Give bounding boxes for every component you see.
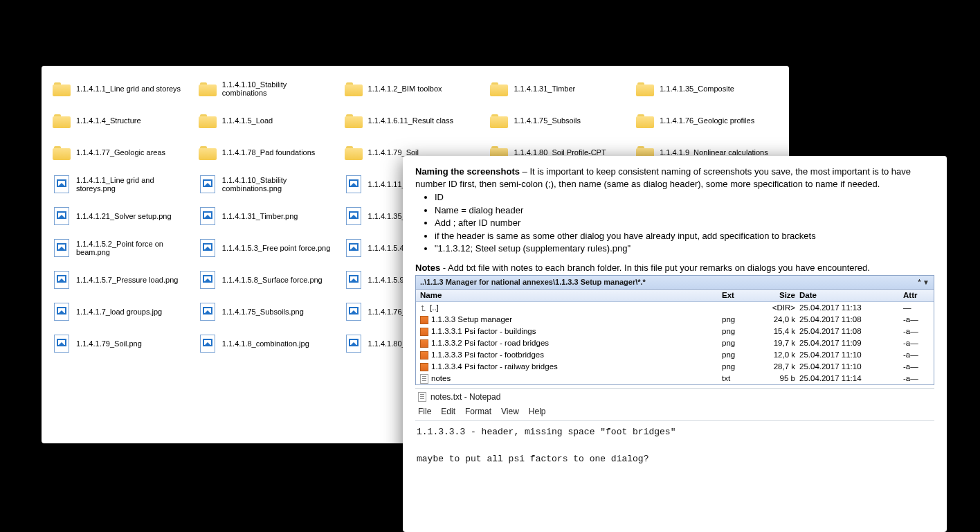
item-label: 1.1.4.1.7_load groups.jpg	[76, 308, 162, 316]
image-file-icon	[345, 303, 363, 321]
file-manager-row[interactable]: 1.1.3.3.4 Psi factor - railway bridgespn…	[416, 361, 934, 373]
notepad-menubar: FileEditFormatViewHelp	[415, 405, 934, 420]
file-manager-row[interactable]: notestxt95 b25.04.2017 11:14-a—	[416, 373, 934, 384]
notepad-menu-file[interactable]: File	[418, 406, 431, 417]
bullet-item: if the header is same as some other dial…	[435, 230, 934, 242]
up-size: <DIR>	[758, 303, 799, 314]
folder-up-label: [..]	[430, 303, 439, 314]
col-name[interactable]: Name	[420, 290, 722, 301]
image-file-item[interactable]: 1.1.4.1.21_Solver setup.png	[51, 200, 193, 232]
image-file-icon	[420, 339, 428, 348]
image-file-item[interactable]: 1.1.4.1.7_load groups.jpg	[51, 296, 193, 328]
image-file-item[interactable]: 1.1.4.1.75_Subsoils.png	[197, 296, 339, 328]
instructions-panel: Naming the screenshots – It is important…	[403, 156, 947, 532]
image-file-item[interactable]: 1.1.4.1.79_Soil.png	[51, 328, 193, 360]
image-file-item[interactable]: 1.1.4.1.5.3_Free point force.png	[197, 232, 339, 264]
image-file-icon	[53, 175, 71, 193]
row-date: 25.04.2017 11:14	[799, 373, 903, 384]
notepad-menu-format[interactable]: Format	[465, 406, 491, 417]
item-label: 1.1.4.1.10_Stability combinations.png	[222, 176, 332, 193]
row-ext: png	[722, 362, 758, 373]
item-label: 1.1.4.1.8_combination.jpg	[222, 339, 309, 348]
file-manager-path-controls[interactable]: * ▼	[918, 278, 929, 287]
image-file-item[interactable]: 1.1.4.1.1_Line grid and storeys.png	[51, 168, 193, 200]
folder-item[interactable]: 1.1.4.1.75_Subsoils	[489, 105, 630, 136]
item-label: 1.1.4.1.1_Line grid and storeys.png	[76, 176, 185, 193]
folder-item[interactable]: 1.1.4.1.76_Geologic profiles	[635, 105, 777, 136]
notepad-body[interactable]: 1.1.3.3.3 - header, missing space "foot …	[415, 421, 934, 468]
item-label: 1.1.4.1.4_Structure	[76, 116, 141, 125]
row-size: 15,4 k	[758, 326, 799, 337]
row-attr: -a—	[903, 338, 929, 349]
image-file-item[interactable]: 1.1.4.1.5.8_Surface force.png	[197, 264, 339, 296]
image-file-item[interactable]: 1.1.4.1.31_Timber.png	[197, 200, 339, 232]
bullet-item: Name = dialog header	[435, 204, 934, 217]
item-label: 1.1.4.1.5.7_Pressure load.png	[76, 276, 178, 284]
folder-item[interactable]: 1.1.4.1.5_Load	[197, 105, 339, 136]
col-date[interactable]: Date	[799, 290, 903, 301]
folder-item[interactable]: 1.1.4.1.4_Structure	[51, 105, 193, 136]
notepad-menu-edit[interactable]: Edit	[441, 406, 455, 417]
item-label: 1.1.4.1.76_Geologic profiles	[660, 116, 754, 125]
item-label: 1.1.4.1.2_BIM toolbox	[368, 85, 442, 93]
folder-item[interactable]: 1.1.4.1.31_Timber	[489, 73, 630, 105]
image-file-icon	[199, 207, 217, 225]
row-date: 25.04.2017 11:08	[799, 326, 903, 337]
folder-item[interactable]: 1.1.4.1.1_Line grid and storeys	[51, 73, 193, 105]
folder-icon	[345, 112, 363, 130]
row-attr: -a—	[903, 373, 929, 384]
file-manager-row[interactable]: 1.1.3.3.3 Psi factor - footbridgespng12,…	[416, 349, 934, 361]
folder-icon	[199, 80, 217, 98]
row-size: 12,0 k	[758, 350, 799, 361]
image-file-item[interactable]: 1.1.4.1.10_Stability combinations.png	[197, 168, 339, 200]
image-file-icon	[53, 335, 71, 353]
image-file-icon	[345, 271, 363, 289]
item-label: 1.1.4.1.21_Solver setup.png	[76, 212, 172, 220]
bullet-item: ID	[435, 191, 934, 204]
folder-icon	[53, 112, 71, 130]
folder-icon	[345, 80, 363, 98]
row-attr: -a—	[903, 314, 929, 326]
notepad-menu-help[interactable]: Help	[529, 406, 546, 417]
naming-heading: Naming the screenshots	[415, 166, 520, 177]
file-manager-row[interactable]: 1.1.3.3.2 Psi factor - road bridgespng19…	[416, 337, 934, 349]
folder-item[interactable]: 1.1.4.1.10_Stability combinations	[197, 73, 339, 105]
row-date: 25.04.2017 11:10	[799, 362, 903, 373]
folder-icon	[199, 112, 217, 130]
file-manager-row[interactable]: 1.1.3.3.1 Psi factor - buildingspng15,4 …	[416, 326, 934, 337]
row-name: 1.1.3.3 Setup manager	[431, 314, 512, 326]
image-file-icon	[199, 303, 217, 321]
folder-item[interactable]: 1.1.4.1.2_BIM toolbox	[343, 73, 485, 105]
folder-item[interactable]: 1.1.4.1.77_Geologic areas	[51, 136, 193, 168]
image-file-icon	[199, 335, 217, 353]
item-label: 1.1.4.1.78_Pad foundations	[222, 148, 316, 157]
file-manager-path-bar: ..\1.1.3 Manager for national annexes\1.…	[416, 276, 934, 290]
folder-item[interactable]: 1.1.4.1.78_Pad foundations	[197, 136, 339, 168]
row-ext: png	[722, 350, 758, 361]
image-file-item[interactable]: 1.1.4.1.5.2_Point force on beam.png	[51, 232, 193, 264]
folder-item[interactable]: 1.1.4.1.35_Composite	[635, 73, 777, 105]
notepad-titlebar: notes.txt - Notepad	[415, 389, 934, 405]
item-label: 1.1.4.1.5.3_Free point force.png	[222, 244, 331, 252]
image-file-item[interactable]: 1.1.4.1.5.7_Pressure load.png	[51, 264, 193, 296]
bullet-item: "1.1.3.12; Steel setup (supplementary ru…	[435, 242, 934, 255]
image-file-item[interactable]: 1.1.4.1.8_combination.jpg	[197, 328, 339, 360]
folder-icon	[199, 143, 217, 161]
file-manager-up-row[interactable]: ⮤[..] <DIR> 25.04.2017 11:13 —	[416, 302, 934, 314]
image-file-icon	[345, 335, 363, 353]
row-ext: png	[722, 338, 758, 349]
file-manager-row[interactable]: 1.1.3.3 Setup managerpng24,0 k25.04.2017…	[416, 314, 934, 326]
notes-text: - Add txt file with notes to each branch…	[440, 263, 870, 273]
notepad-menu-view[interactable]: View	[501, 406, 519, 417]
row-name: 1.1.3.3.3 Psi factor - footbridges	[431, 350, 544, 361]
file-manager-path: ..\1.1.3 Manager for national annexes\1.…	[420, 277, 646, 287]
image-file-icon	[199, 175, 217, 193]
folder-item[interactable]: 1.1.4.1.6.11_Result class	[343, 105, 485, 136]
row-name: 1.1.3.3.2 Psi factor - road bridges	[431, 338, 549, 349]
col-ext[interactable]: Ext	[722, 290, 758, 301]
image-file-icon	[199, 271, 217, 289]
up-date: 25.04.2017 11:13	[799, 303, 903, 314]
col-attr[interactable]: Attr	[903, 290, 929, 301]
image-file-icon	[345, 207, 363, 225]
col-size[interactable]: Size	[758, 290, 799, 301]
